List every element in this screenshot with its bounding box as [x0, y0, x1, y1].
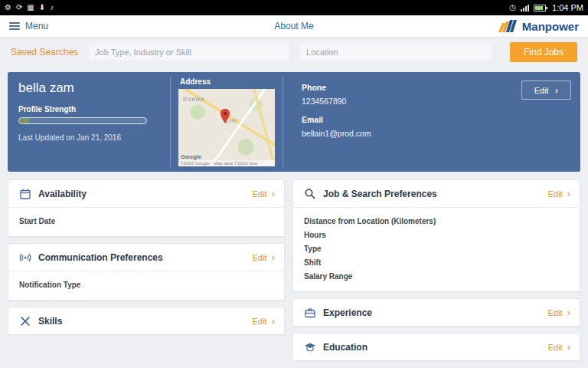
- map-pin-icon: [220, 109, 230, 124]
- communication-header: Communication Preferences Edit: [8, 244, 284, 271]
- profile-strength-fill: [19, 118, 29, 123]
- briefcase-icon: [304, 307, 316, 319]
- map-attribution: ©2016 Google - Map data ©2016 Goo: [178, 160, 275, 166]
- job-search-item: Type: [304, 242, 569, 256]
- profile-name: bella zam: [18, 80, 159, 96]
- brand-name: Manpower: [522, 20, 579, 33]
- location-input[interactable]: [300, 44, 492, 61]
- graduation-cap-icon: [304, 341, 316, 353]
- chevron-right-icon: [567, 307, 570, 317]
- sd-card-icon: ▦: [27, 4, 34, 12]
- status-right-icons: ◷ 1:04 PM: [509, 3, 583, 12]
- job-search-edit-button[interactable]: Edit: [548, 189, 570, 199]
- experience-title: Experience: [323, 307, 372, 318]
- edit-label: Edit: [253, 253, 267, 262]
- availability-card: Availability Edit Start Date: [8, 179, 285, 237]
- communication-preferences-card: Communication Preferences Edit Notificat…: [8, 243, 285, 301]
- settings-icon: ⚙: [5, 4, 11, 12]
- education-card: Education Edit: [292, 333, 580, 361]
- tools-icon: [19, 315, 31, 327]
- email-value: bellain1@prod.com: [302, 129, 580, 138]
- communication-edit-button[interactable]: Edit: [253, 252, 275, 262]
- job-search-item: Shift: [304, 256, 569, 270]
- education-edit-button[interactable]: Edit: [548, 342, 570, 352]
- signal-icon: [521, 5, 529, 12]
- availability-item: Start Date: [19, 215, 273, 228]
- address-label: Address: [180, 77, 275, 86]
- profile-address-section: Address RYANA LHI Google ©2016 Google - …: [171, 72, 283, 172]
- broadcast-icon: [19, 251, 31, 264]
- job-search-input[interactable]: [89, 44, 289, 61]
- address-map-thumbnail[interactable]: RYANA LHI Google ©2016 Google - Map data…: [178, 89, 275, 166]
- status-time: 1:04 PM: [552, 3, 583, 12]
- chevron-right-icon: [567, 189, 570, 199]
- availability-title: Availability: [38, 189, 87, 199]
- edit-label: Edit: [548, 343, 563, 352]
- battery-icon: [534, 5, 546, 12]
- profile-edit-label: Edit: [534, 86, 549, 95]
- education-title: Education: [323, 342, 368, 353]
- find-jobs-button[interactable]: Find Jobs: [510, 42, 577, 62]
- job-search-item: Distance from Location (Kilometers): [304, 215, 569, 228]
- experience-card: Experience Edit: [292, 298, 580, 327]
- edit-label: Edit: [253, 189, 267, 199]
- experience-edit-button[interactable]: Edit: [548, 307, 570, 317]
- menu-label: Menu: [25, 21, 48, 31]
- experience-header: Experience Edit: [293, 299, 580, 326]
- skills-header: Skills Edit: [8, 307, 284, 334]
- app-screen: ⚙ ⟳ ▦ ⬇ ♪ ◷ 1:04 PM Menu About Me Man: [0, 0, 588, 368]
- chevron-right-icon: [272, 189, 275, 199]
- manpower-logo-icon: [498, 20, 518, 32]
- google-logo: Google: [181, 153, 202, 160]
- job-search-item: Salary Range: [304, 270, 569, 284]
- map-region-label: RYANA: [183, 97, 204, 102]
- skills-edit-button[interactable]: Edit: [253, 316, 275, 326]
- media-icon: ♪: [50, 4, 54, 12]
- profile-strength-bar: [18, 117, 147, 124]
- job-search-header: Job & Search Preferences Edit: [293, 180, 580, 207]
- chevron-right-icon: [272, 252, 275, 262]
- edit-label: Edit: [548, 308, 563, 317]
- edit-label: Edit: [548, 189, 563, 199]
- availability-edit-button[interactable]: Edit: [253, 189, 275, 199]
- hamburger-icon: [9, 22, 20, 30]
- last-updated-text: Last Updated on Jan 21, 2016: [18, 133, 159, 142]
- menu-button[interactable]: Menu: [9, 21, 48, 31]
- alarm-icon: ◷: [509, 4, 516, 12]
- status-bar: ⚙ ⟳ ▦ ⬇ ♪ ◷ 1:04 PM: [0, 0, 588, 15]
- calendar-icon: [19, 188, 31, 200]
- chevron-right-icon: [567, 342, 570, 352]
- skills-title: Skills: [38, 316, 62, 327]
- search-icon: [304, 188, 316, 200]
- job-search-preferences-card: Job & Search Preferences Edit Distance f…: [292, 179, 580, 292]
- email-label: Email: [302, 115, 580, 124]
- left-column: Availability Edit Start Date: [8, 179, 285, 335]
- availability-body: Start Date: [8, 208, 284, 236]
- download-icon: ⬇: [39, 4, 45, 12]
- profile-strength-label: Profile Strength: [18, 105, 159, 113]
- edit-label: Edit: [253, 317, 267, 326]
- profile-sections: Availability Edit Start Date: [0, 172, 588, 361]
- profile-identity: bella zam Profile Strength Last Updated …: [8, 72, 170, 172]
- job-search-title: Job & Search Preferences: [323, 189, 437, 199]
- status-left-icons: ⚙ ⟳ ▦ ⬇ ♪: [5, 4, 54, 12]
- brand-logo: Manpower: [498, 20, 579, 33]
- chevron-right-icon: [555, 85, 558, 95]
- communication-body: Notification Type: [8, 271, 284, 300]
- skills-card: Skills Edit: [8, 307, 285, 335]
- job-search-body: Distance from Location (Kilometers) Hour…: [293, 208, 580, 291]
- communication-title: Communication Preferences: [38, 252, 163, 263]
- search-row: Saved Searches Find Jobs: [0, 38, 588, 66]
- saved-searches-link[interactable]: Saved Searches: [11, 47, 78, 58]
- communication-item: Notification Type: [19, 278, 273, 292]
- education-header: Education Edit: [293, 334, 580, 360]
- availability-header: Availability Edit: [8, 180, 284, 207]
- app-header: Menu About Me Manpower: [0, 15, 588, 38]
- profile-summary-card: bella zam Profile Strength Last Updated …: [8, 72, 580, 172]
- chevron-right-icon: [272, 316, 275, 326]
- right-column: Job & Search Preferences Edit Distance f…: [292, 179, 580, 361]
- job-search-item: Hours: [304, 228, 569, 242]
- profile-edit-button[interactable]: Edit: [521, 80, 571, 100]
- sync-icon: ⟳: [16, 4, 22, 12]
